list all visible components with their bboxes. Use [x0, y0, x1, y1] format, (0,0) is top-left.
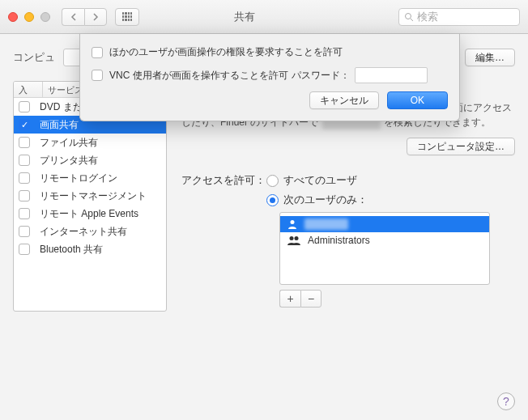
add-user-button[interactable]: + — [279, 290, 300, 308]
service-label: Bluetooth 共有 — [40, 243, 161, 257]
radio-icon — [266, 175, 279, 187]
settings-sheet: ほかのユーザが画面操作の権限を要求することを許可 VNC 使用者が画面を操作する… — [79, 34, 460, 121]
computer-settings-button[interactable]: コンピュータ設定… — [407, 138, 515, 155]
sheet-row-request-permission[interactable]: ほかのユーザが画面操作の権限を要求することを許可 — [92, 45, 448, 59]
password-field[interactable] — [355, 67, 428, 83]
user-name: Administrators — [308, 235, 370, 246]
service-label: リモートログイン — [40, 172, 161, 185]
person-icon — [287, 235, 301, 245]
access-all-users[interactable]: すべてのユーザ — [266, 173, 515, 188]
user-list[interactable]: xxxxxxxxxAdministrators — [279, 212, 490, 285]
checkbox-icon[interactable]: ✓ — [19, 119, 30, 130]
person-icon — [287, 219, 298, 229]
help-icon: ? — [503, 395, 509, 408]
add-remove-row: + − — [279, 290, 515, 308]
computer-settings-row: コンピュータ設定… — [181, 138, 515, 155]
service-label: プリンタ共有 — [40, 154, 161, 168]
chevron-left-icon — [70, 13, 77, 21]
svg-point-4 — [295, 236, 299, 240]
checkbox-icon[interactable] — [19, 244, 30, 255]
traffic-lights — [8, 12, 50, 22]
titlebar: 共有 検索 — [0, 0, 528, 34]
search-placeholder: 検索 — [417, 10, 438, 24]
service-row[interactable]: Bluetooth 共有 — [14, 240, 166, 258]
search-field[interactable]: 検索 — [398, 8, 520, 26]
computer-name-label: コンピュ — [13, 50, 55, 65]
back-button[interactable] — [62, 8, 84, 26]
svg-point-0 — [406, 13, 411, 19]
service-row[interactable]: インターネット共有 — [14, 223, 166, 240]
access-row: アクセスを許可： すべてのユーザ 次のユーザのみ： xxxxxxxxxAdmin… — [181, 173, 515, 308]
search-icon — [404, 12, 414, 22]
help-button[interactable]: ? — [497, 392, 515, 410]
checkbox-icon[interactable] — [19, 137, 30, 148]
cancel-button[interactable]: キャンセル — [309, 91, 379, 109]
service-row[interactable]: リモートログイン — [14, 169, 166, 187]
radio-label: すべてのユーザ — [283, 173, 357, 188]
services-header-on[interactable]: 入 — [14, 82, 43, 97]
sheet-label: ほかのユーザが画面操作の権限を要求することを許可 — [109, 45, 343, 59]
svg-point-3 — [290, 236, 294, 240]
checkbox-icon[interactable] — [92, 70, 103, 81]
password-label: パスワード： — [292, 69, 350, 83]
window-title: 共有 — [91, 10, 398, 24]
service-label: リモートマネージメント — [40, 189, 161, 203]
access-label: アクセスを許可： — [181, 173, 266, 308]
radio-icon — [266, 194, 279, 206]
access-only-users[interactable]: 次のユーザのみ： — [266, 193, 515, 207]
service-row[interactable]: リモートマネージメント — [14, 187, 166, 205]
close-window-icon[interactable] — [8, 12, 18, 22]
checkbox-icon[interactable] — [19, 101, 30, 112]
service-label: インターネット共有 — [40, 225, 161, 239]
remove-user-button[interactable]: − — [300, 290, 321, 308]
access-radio-group: すべてのユーザ 次のユーザのみ： xxxxxxxxxAdministrators… — [266, 173, 515, 308]
sheet-row-vnc[interactable]: VNC 使用者が画面を操作することを許可 パスワード： — [92, 67, 448, 83]
checkbox-icon[interactable] — [19, 172, 30, 184]
checkbox-icon[interactable] — [19, 190, 30, 202]
svg-line-1 — [411, 19, 413, 21]
checkbox-icon[interactable] — [19, 155, 30, 166]
service-row[interactable]: ファイル共有 — [14, 134, 166, 151]
checkbox-icon[interactable] — [19, 208, 30, 219]
user-row[interactable]: xxxxxxxxx — [280, 216, 489, 232]
service-row[interactable]: リモート Apple Events — [14, 205, 166, 223]
user-row[interactable]: Administrators — [280, 232, 489, 248]
sheet-label: VNC 使用者が画面を操作することを許可 — [109, 69, 288, 83]
sheet-buttons: キャンセル OK — [92, 91, 448, 109]
checkbox-icon[interactable] — [92, 47, 103, 58]
checkbox-icon[interactable] — [19, 226, 30, 237]
svg-point-2 — [291, 220, 295, 224]
edit-button[interactable]: 編集… — [465, 49, 515, 66]
service-label: リモート Apple Events — [40, 207, 161, 221]
service-label: ファイル共有 — [40, 136, 161, 150]
ok-button[interactable]: OK — [387, 91, 448, 109]
minimize-window-icon[interactable] — [24, 12, 34, 22]
user-name: xxxxxxxxx — [304, 218, 348, 230]
zoom-window-icon — [40, 12, 50, 22]
service-row[interactable]: プリンタ共有 — [14, 151, 166, 169]
radio-label: 次のユーザのみ： — [283, 193, 368, 207]
